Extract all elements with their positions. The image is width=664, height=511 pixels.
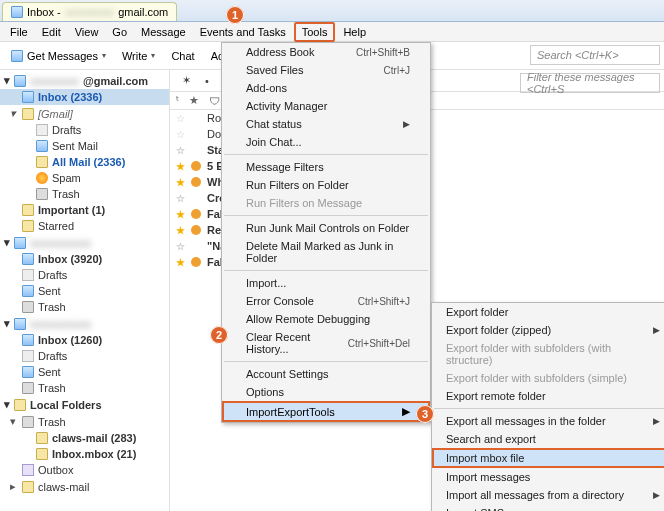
menu-item[interactable]: Account Settings: [222, 365, 430, 383]
menu-item[interactable]: Join Chat...: [222, 133, 430, 151]
folder-trash[interactable]: Trash: [0, 186, 169, 202]
star-icon[interactable]: ☆: [176, 145, 185, 156]
menu-item[interactable]: Run Filters on Folder: [222, 176, 430, 194]
folder-gmail[interactable]: ▾[Gmail]: [0, 105, 169, 122]
folder-important[interactable]: Important (1): [0, 202, 169, 218]
menu-item[interactable]: Export all messages in the folder▶: [432, 412, 664, 430]
col-star[interactable]: ★: [189, 94, 199, 107]
menu-file[interactable]: File: [4, 24, 34, 40]
menu-label: Activity Manager: [246, 100, 327, 112]
tab-inbox[interactable]: Inbox - xxxxxxxxx gmail.com: [2, 2, 177, 21]
qf-toggle[interactable]: ✶: [176, 73, 197, 88]
menu-item[interactable]: Clear Recent History...Ctrl+Shift+Del: [222, 328, 430, 358]
star-icon[interactable]: ★: [176, 257, 185, 268]
folder-trash-3[interactable]: Trash: [0, 380, 169, 396]
menu-view[interactable]: View: [69, 24, 105, 40]
star-icon[interactable]: ☆: [176, 129, 185, 140]
folder-label: Inbox (2336): [38, 91, 102, 103]
folder-inbox[interactable]: Inbox (2336): [0, 89, 169, 105]
get-messages-button[interactable]: Get Messages ▾: [4, 46, 113, 66]
menu-tools[interactable]: Tools: [294, 22, 336, 42]
folder-label: Trash: [38, 382, 66, 394]
folder-outbox[interactable]: Outbox: [0, 462, 169, 478]
menu-item[interactable]: Address BookCtrl+Shift+B: [222, 43, 430, 61]
folder-inbox-3[interactable]: Inbox (1260): [0, 332, 169, 348]
col-thread[interactable]: ᵗ: [176, 94, 179, 107]
filter-input[interactable]: Filter these messages <Ctrl+S: [520, 73, 660, 93]
account-3[interactable]: ▾xxxxxxxxxx: [0, 315, 169, 332]
menu-shortcut: Ctrl+J: [384, 65, 410, 76]
menu-item[interactable]: Import messages: [432, 468, 664, 486]
chat-button[interactable]: Chat: [164, 46, 201, 66]
folder-drafts-3[interactable]: Drafts: [0, 348, 169, 364]
menu-item[interactable]: Import...: [222, 274, 430, 292]
folder-all-mail[interactable]: All Mail (2336): [0, 154, 169, 170]
star-icon[interactable]: ★: [176, 177, 185, 188]
menu-item[interactable]: Export folder: [432, 303, 664, 321]
menu-help[interactable]: Help: [337, 24, 372, 40]
star-icon[interactable]: ☆: [176, 241, 185, 252]
menu-item[interactable]: Options: [222, 383, 430, 401]
menu-events-tasks[interactable]: Events and Tasks: [194, 24, 292, 40]
folder-trash-2[interactable]: Trash: [0, 299, 169, 315]
unread-dot-icon: [191, 257, 201, 267]
trash-icon: [22, 416, 34, 428]
folder-drafts[interactable]: Drafts: [0, 122, 169, 138]
folder-label: Sent: [38, 285, 61, 297]
menu-edit[interactable]: Edit: [36, 24, 67, 40]
menu-label: Account Settings: [246, 368, 329, 380]
menu-item[interactable]: Message Filters: [222, 158, 430, 176]
folder-starred[interactable]: Starred: [0, 218, 169, 234]
menu-go[interactable]: Go: [106, 24, 133, 40]
account-blur: xxxxxxxxxx: [30, 237, 91, 249]
folder-inbox-mbox[interactable]: Inbox.mbox (21): [0, 446, 169, 462]
menu-item[interactable]: Activity Manager: [222, 97, 430, 115]
menu-item[interactable]: Export remote folder: [432, 387, 664, 405]
menu-message[interactable]: Message: [135, 24, 192, 40]
chevron-down-icon: ▾: [151, 51, 155, 60]
menu-item[interactable]: Import SMS: [432, 504, 664, 511]
menu-item[interactable]: Allow Remote Debugging: [222, 310, 430, 328]
menu-item[interactable]: Import all messages from a directory▶: [432, 486, 664, 504]
import-export-tools-menu: Export folderExport folder (zipped)▶Expo…: [431, 302, 664, 511]
star-icon[interactable]: ☆: [176, 193, 185, 204]
chevron-down-icon: ▾: [102, 51, 106, 60]
folder-claws-mail-2[interactable]: ▸claws-mail: [0, 478, 169, 495]
star-icon[interactable]: ★: [176, 161, 185, 172]
folder-spam[interactable]: Spam: [0, 170, 169, 186]
col-attach[interactable]: 🛡: [209, 95, 220, 107]
menu-label: Message Filters: [246, 161, 324, 173]
folder-icon: [36, 432, 48, 444]
star-icon[interactable]: ★: [176, 209, 185, 220]
menu-item[interactable]: Add-ons: [222, 79, 430, 97]
account-1[interactable]: ▾ xxxxxxxx @gmail.com: [0, 72, 169, 89]
account-2[interactable]: ▾xxxxxxxxxx: [0, 234, 169, 251]
account-blur: xxxxxxxxxx: [30, 318, 91, 330]
folder-label: claws-mail: [38, 481, 89, 493]
menu-label: Run Filters on Message: [246, 197, 362, 209]
menu-item[interactable]: Saved FilesCtrl+J: [222, 61, 430, 79]
write-button[interactable]: Write ▾: [115, 46, 162, 66]
mail-icon: [11, 6, 23, 18]
search-input[interactable]: Search <Ctrl+K>: [530, 45, 660, 65]
folder-claws-mail[interactable]: claws-mail (283): [0, 430, 169, 446]
folder-local-trash[interactable]: ▾Trash: [0, 413, 169, 430]
menu-item[interactable]: Export folder (zipped)▶: [432, 321, 664, 339]
folder-sent-3[interactable]: Sent: [0, 364, 169, 380]
folder-sent[interactable]: Sent Mail: [0, 138, 169, 154]
star-icon[interactable]: ☆: [176, 113, 185, 124]
menu-item[interactable]: Search and export: [432, 430, 664, 448]
menu-item[interactable]: Delete Mail Marked as Junk in Folder: [222, 237, 430, 267]
local-folders[interactable]: ▾Local Folders: [0, 396, 169, 413]
folder-sent-2[interactable]: Sent: [0, 283, 169, 299]
menu-import-export-tools[interactable]: ImportExportTools▶: [222, 401, 430, 422]
menu-import-mbox-file[interactable]: Import mbox file: [432, 448, 664, 468]
menu-label: Run Junk Mail Controls on Folder: [246, 222, 409, 234]
menu-item[interactable]: Error ConsoleCtrl+Shift+J: [222, 292, 430, 310]
star-icon[interactable]: ★: [176, 225, 185, 236]
folder-drafts-2[interactable]: Drafts: [0, 267, 169, 283]
menu-label: Export folder with subfolders (with stru…: [446, 342, 660, 366]
menu-item[interactable]: Chat status▶: [222, 115, 430, 133]
menu-item[interactable]: Run Junk Mail Controls on Folder: [222, 219, 430, 237]
folder-inbox-2[interactable]: Inbox (3920): [0, 251, 169, 267]
